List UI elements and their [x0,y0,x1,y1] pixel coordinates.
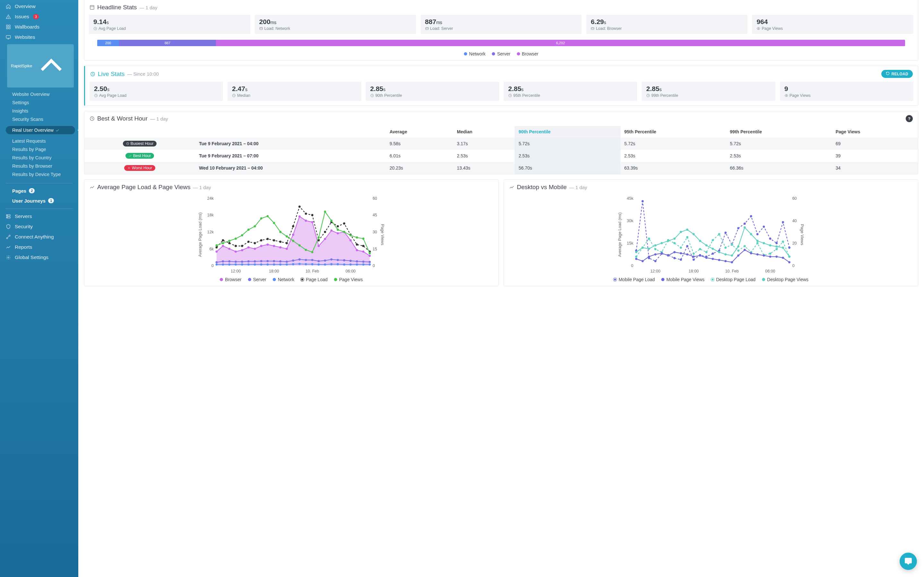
sidebar-item-security-scans[interactable]: Security Scans [0,115,78,123]
sidebar-item-results-by-country[interactable]: Results by Country [0,153,78,162]
sidebar-item-wallboards[interactable]: Wallboards [0,22,78,32]
svg-point-58 [254,248,256,250]
stat-card: 9.14s Avg Page Load [89,15,250,34]
table-header [195,126,386,137]
stat-card: 2.47s Median [228,82,361,101]
legend-dot [248,278,251,281]
table-cell: 6.01s [386,150,453,162]
sidebar-item-latest-requests[interactable]: Latest Requests [0,137,78,145]
headline-stats-panel: Headline Stats — 1 day 9.14s Avg Page Lo… [84,0,918,61]
svg-point-246 [667,255,669,257]
legend-item: Server [248,277,266,282]
svg-point-67 [311,221,313,223]
stat-card: 887ms Load: Server [421,15,582,34]
svg-point-171 [336,229,339,231]
sidebar-item-websites[interactable]: Websites [0,32,78,42]
svg-point-219 [654,248,656,250]
svg-point-273 [680,231,682,233]
svg-point-272 [674,237,676,240]
svg-point-267 [642,247,644,249]
svg-point-149 [356,243,358,245]
svg-point-54 [228,248,230,250]
svg-point-261 [762,255,765,257]
loadbar-browser: 6,292 [216,40,905,46]
svg-point-122 [343,263,345,266]
sidebar-item-security[interactable]: Security [0,221,78,232]
svg-point-222 [674,242,676,244]
svg-point-129 [228,242,230,244]
help-button[interactable]: ? [906,115,913,122]
sidebar-section-pages[interactable]: Pages2 [0,186,78,196]
chat-button[interactable] [900,553,917,570]
sidebar-item-insights[interactable]: Insights [0,107,78,115]
legend-dot [762,278,765,281]
stat-label: Avg Page Load [94,93,218,98]
stat-card: 6.29s Load: Browser [586,15,748,34]
check-icon [55,128,59,132]
sidebar-item-settings[interactable]: Settings [0,98,78,107]
stat-label: Page Views [756,26,909,31]
svg-point-133 [254,242,256,244]
svg-point-198 [680,258,682,261]
site-selector-label: RapidSpike [11,63,32,68]
row-pill: Worst Hour [124,165,155,171]
sidebar-item-label: Real User Overview [12,127,53,133]
sidebar-item-website-overview[interactable]: Website Overview [0,90,78,98]
sidebar-item-results-by-page[interactable]: Results by Page [0,145,78,153]
legend-dot [614,278,617,281]
svg-point-126 [368,263,371,266]
row-pill: Busiest Hour [123,141,157,147]
svg-point-85 [267,260,269,262]
site-selector[interactable]: RapidSpike [7,44,74,87]
table-cell: 5.72s [620,137,726,150]
best-worst-table: AverageMedian90th Percentile95th Percent… [84,126,918,174]
svg-point-135 [267,238,269,240]
sidebar-section-user-journeys[interactable]: User Journeys1 [0,196,78,206]
svg-point-287 [769,244,771,247]
panel-title: Best & Worst Hour [97,115,148,122]
sidebar-item-label: Websites [15,34,35,40]
sidebar-item-issues[interactable]: Issues 3 [0,11,78,22]
reload-button[interactable]: RELOAD [881,70,913,78]
legend-dot [334,278,337,281]
svg-point-254 [718,259,720,261]
sidebar-item-results-by-browser[interactable]: Results by Browser [0,162,78,170]
svg-point-83 [254,260,256,263]
svg-text:0: 0 [373,263,375,268]
svg-point-242 [642,260,644,262]
svg-point-251 [699,255,701,257]
legend-item: Browser [220,277,241,282]
table-cell: 66.36s [726,162,832,174]
svg-point-229 [718,233,720,235]
svg-point-121 [336,263,339,266]
sidebar-item-label: Connect Anything [15,234,54,240]
svg-text:60: 60 [373,196,377,201]
sidebar-item-reports[interactable]: Reports [0,242,78,252]
sidebar-item-connect-anything[interactable]: Connect Anything [0,232,78,242]
sidebar: Overview Issues 3 Wallboards Websites Ra… [0,0,78,577]
sidebar-item-overview[interactable]: Overview [0,1,78,11]
svg-point-269 [654,244,656,247]
svg-point-174 [356,237,358,239]
svg-text:20: 20 [792,241,796,245]
svg-rect-3 [9,25,10,27]
svg-text:6k: 6k [210,247,214,251]
stat-card: 2.85s 95th Percentile [504,82,637,101]
sidebar-item-real-user-overview[interactable]: Real User Overview [6,126,75,134]
sidebar-item-results-by-device-type[interactable]: Results by Device Type [0,170,78,179]
svg-point-92 [311,259,313,261]
svg-point-241 [635,258,638,260]
row-date: Tue 9 February 2021 – 07:00 [195,150,386,162]
svg-text:15k: 15k [627,241,634,245]
svg-point-101 [368,261,371,263]
svg-text:10. Feb: 10. Feb [305,269,319,274]
sidebar-item-servers[interactable]: Servers [0,211,78,221]
clock-icon [646,93,650,97]
svg-text:45k: 45k [627,196,634,201]
svg-point-93 [318,260,320,262]
divider [6,208,73,209]
sidebar-item-global-settings[interactable]: Global Settings [0,252,78,263]
clock-icon [90,71,95,77]
svg-point-77 [216,261,218,263]
table-header: Median [453,126,515,137]
